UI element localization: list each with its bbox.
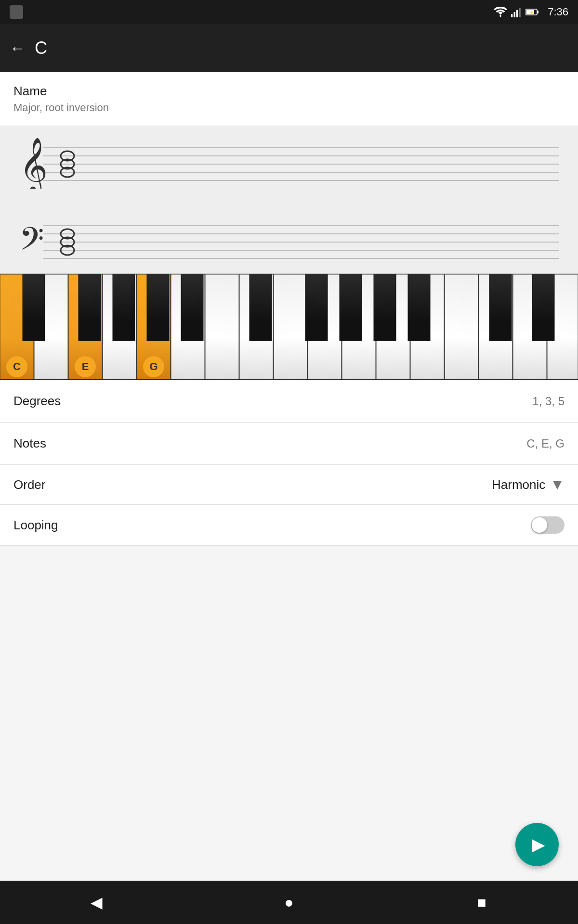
svg-rect-54 [532,274,554,341]
play-fab-button[interactable]: ▶ [515,823,559,866]
nav-back-button[interactable]: ◀ [82,888,111,917]
notes-label: Notes [13,436,46,451]
bass-staff: 𝄢 [0,204,578,273]
order-value: Harmonic [492,477,545,492]
looping-label: Looping [13,518,58,533]
degrees-value: 1, 3, 5 [532,395,565,408]
treble-staff: 𝄞 [0,126,578,195]
svg-rect-39 [445,274,478,379]
nav-home-button[interactable]: ● [275,888,303,917]
svg-rect-3 [519,8,521,17]
svg-text:E: E [82,360,89,372]
looping-toggle[interactable] [531,516,565,534]
svg-rect-48 [250,274,272,341]
svg-rect-2 [516,10,518,17]
wifi-icon [494,7,507,17]
name-section: Name Major, root inversion [0,72,578,126]
app-icon [10,5,23,19]
page-title: C [35,38,47,58]
svg-text:⚡: ⚡ [529,10,534,15]
degrees-label: Degrees [13,394,61,409]
signal-icon [511,7,522,17]
nav-recents-button[interactable]: ■ [467,888,496,917]
nav-bar: ◀ ● ■ [0,881,578,924]
status-bar: ⚡ 7:36 [0,0,578,24]
svg-text:𝄢: 𝄢 [19,222,44,264]
svg-rect-44 [79,274,101,341]
svg-rect-49 [305,274,328,341]
svg-rect-0 [511,14,512,17]
looping-row: Looping [0,505,578,546]
order-label: Order [13,477,86,492]
order-row[interactable]: Order Harmonic ▼ [0,465,578,505]
notes-value: C, E, G [526,437,565,450]
order-dropdown[interactable]: Harmonic ▼ [492,476,565,493]
svg-text:𝄞: 𝄞 [19,138,48,189]
svg-rect-1 [514,12,515,17]
status-time: 7:36 [548,6,568,18]
degrees-row: Degrees 1, 3, 5 [0,380,578,423]
svg-rect-53 [489,274,512,341]
svg-rect-45 [113,274,135,341]
battery-icon: ⚡ [525,8,539,16]
dropdown-arrow-icon: ▼ [550,476,565,493]
staff-separator [0,195,578,204]
app-bar: ← C [0,24,578,72]
svg-text:C: C [13,360,21,372]
svg-rect-43 [23,274,45,341]
notes-row: Notes C, E, G [0,423,578,465]
svg-rect-46 [147,274,169,341]
svg-rect-5 [537,11,539,13]
svg-rect-50 [340,274,362,341]
play-icon: ▶ [532,834,545,855]
svg-text:G: G [149,360,158,372]
name-label: Name [13,84,565,99]
svg-rect-51 [374,274,396,341]
svg-rect-32 [205,274,239,379]
back-button[interactable]: ← [10,39,25,57]
name-value: Major, root inversion [13,102,565,114]
piano-section: C E G [0,273,578,380]
svg-rect-52 [408,274,430,341]
toggle-knob [532,517,547,533]
svg-rect-34 [274,274,307,379]
svg-rect-47 [181,274,203,341]
